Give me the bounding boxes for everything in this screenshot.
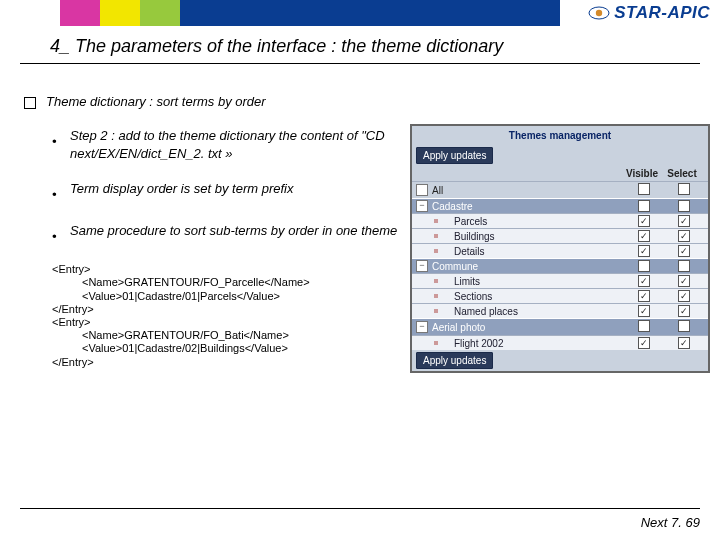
row-label: Flight 2002	[444, 338, 624, 349]
footer-page-indicator: Next 7. 69	[20, 508, 700, 530]
theme-group-row[interactable]: −Cadastre✓✓	[412, 198, 708, 213]
expander-icon[interactable]: −	[416, 260, 428, 272]
col-select: Select	[662, 168, 702, 179]
select-checkbox[interactable]: ✓	[678, 215, 690, 227]
theme-child-row: Named places✓✓	[412, 303, 708, 318]
eye-icon	[588, 5, 610, 22]
step-text: Same procedure to sort sub-terms by orde…	[70, 222, 397, 246]
expander-icon[interactable]: −	[416, 200, 428, 212]
visible-checkbox[interactable]: ✓	[638, 215, 650, 227]
row-label: Named places	[444, 306, 624, 317]
brand-text: STAR-APIC	[614, 3, 710, 23]
step-text: Term display order is set by term prefix	[70, 180, 293, 204]
theme-all-row: All	[412, 181, 708, 198]
select-cell	[664, 320, 704, 334]
select-cell: ✓	[664, 215, 704, 227]
visible-checkbox[interactable]	[638, 183, 650, 195]
svg-point-1	[596, 10, 602, 16]
col-visible: Visible	[622, 168, 662, 179]
slide-title: 4_ The parameters of the interface : the…	[50, 36, 720, 57]
row-label: Cadastre	[432, 201, 624, 212]
child-bullet-icon	[434, 219, 438, 223]
visible-checkbox[interactable]: ✓	[638, 337, 650, 349]
visible-checkbox[interactable]: ✓	[638, 305, 650, 317]
child-bullet-icon	[434, 279, 438, 283]
select-checkbox[interactable]: ✓	[678, 290, 690, 302]
select-checkbox[interactable]: ✓	[678, 230, 690, 242]
apply-updates-button[interactable]: Apply updates	[416, 352, 493, 369]
theme-child-row: Flight 2002✓✓	[412, 335, 708, 350]
visible-cell: ✓	[624, 337, 664, 349]
row-label: Sections	[444, 291, 624, 302]
row-label: Details	[444, 246, 624, 257]
select-checkbox[interactable]: ✓	[678, 305, 690, 317]
select-checkbox[interactable]	[678, 183, 690, 195]
column-headers: Visible Select	[412, 166, 708, 181]
row-label: Limits	[444, 276, 624, 287]
visible-checkbox[interactable]: ✓	[638, 200, 650, 212]
main-bullet-text: Theme dictionary : sort terms by order	[46, 94, 266, 109]
theme-child-row: Sections✓✓	[412, 288, 708, 303]
select-checkbox[interactable]: ✓	[678, 337, 690, 349]
child-bullet-icon	[434, 309, 438, 313]
theme-child-row: Buildings✓✓	[412, 228, 708, 243]
expander-icon	[416, 184, 428, 196]
visible-cell: ✓	[624, 245, 664, 257]
visible-checkbox[interactable]: ✓	[638, 275, 650, 287]
select-checkbox[interactable]: ✓	[678, 200, 690, 212]
row-label: Commune	[432, 261, 624, 272]
theme-group-row[interactable]: −Aerial photo	[412, 318, 708, 335]
visible-checkbox[interactable]: ✓	[638, 290, 650, 302]
panel-header: Themes management	[412, 126, 708, 145]
row-label: Aerial photo	[432, 322, 624, 333]
select-cell	[664, 183, 704, 197]
child-bullet-icon	[434, 294, 438, 298]
select-cell: ✓	[664, 260, 704, 272]
theme-child-row: Details✓✓	[412, 243, 708, 258]
child-bullet-icon	[434, 234, 438, 238]
visible-checkbox[interactable]: ✓	[638, 230, 650, 242]
step-text: Step 2 : add to the theme dictionary the…	[70, 127, 400, 162]
child-bullet-icon	[434, 249, 438, 253]
top-color-bar: STAR-APIC	[0, 0, 720, 26]
select-checkbox[interactable]: ✓	[678, 275, 690, 287]
select-cell: ✓	[664, 230, 704, 242]
select-cell: ✓	[664, 245, 704, 257]
xml-code-block: <Entry><Name>GRATENTOUR/FO_Parcelle</Nam…	[52, 263, 400, 369]
expander-icon[interactable]: −	[416, 321, 428, 333]
visible-checkbox[interactable]	[638, 320, 650, 332]
main-bullet: Theme dictionary : sort terms by order	[20, 94, 400, 109]
title-rule	[20, 63, 700, 64]
visible-cell	[624, 320, 664, 334]
visible-cell: ✓	[624, 215, 664, 227]
visible-cell: ✓	[624, 230, 664, 242]
select-cell: ✓	[664, 305, 704, 317]
bullet-dot-icon: •	[52, 228, 58, 246]
select-cell: ✓	[664, 337, 704, 349]
bullet-dot-icon: •	[52, 186, 58, 204]
step-bullet: •Term display order is set by term prefi…	[52, 180, 400, 204]
select-cell: ✓	[664, 290, 704, 302]
step-bullet: •Step 2 : add to the theme dictionary th…	[52, 127, 400, 162]
row-label: Buildings	[444, 231, 624, 242]
brand-logo: STAR-APIC	[560, 3, 720, 23]
select-checkbox[interactable]: ✓	[678, 260, 690, 272]
bullet-dot-icon: •	[52, 133, 58, 162]
theme-child-row: Limits✓✓	[412, 273, 708, 288]
visible-cell: ✓	[624, 305, 664, 317]
visible-checkbox[interactable]: ✓	[638, 245, 650, 257]
visible-checkbox[interactable]: ✓	[638, 260, 650, 272]
select-checkbox[interactable]: ✓	[678, 245, 690, 257]
apply-updates-button[interactable]: Apply updates	[416, 147, 493, 164]
select-checkbox[interactable]	[678, 320, 690, 332]
step-bullet: •Same procedure to sort sub-terms by ord…	[52, 222, 400, 246]
visible-cell: ✓	[624, 275, 664, 287]
visible-cell: ✓	[624, 290, 664, 302]
square-bullet-icon	[24, 97, 36, 109]
child-bullet-icon	[434, 341, 438, 345]
theme-group-row[interactable]: −Commune✓✓	[412, 258, 708, 273]
select-cell: ✓	[664, 275, 704, 287]
row-label: All	[432, 185, 624, 196]
visible-cell: ✓	[624, 200, 664, 212]
visible-cell: ✓	[624, 260, 664, 272]
